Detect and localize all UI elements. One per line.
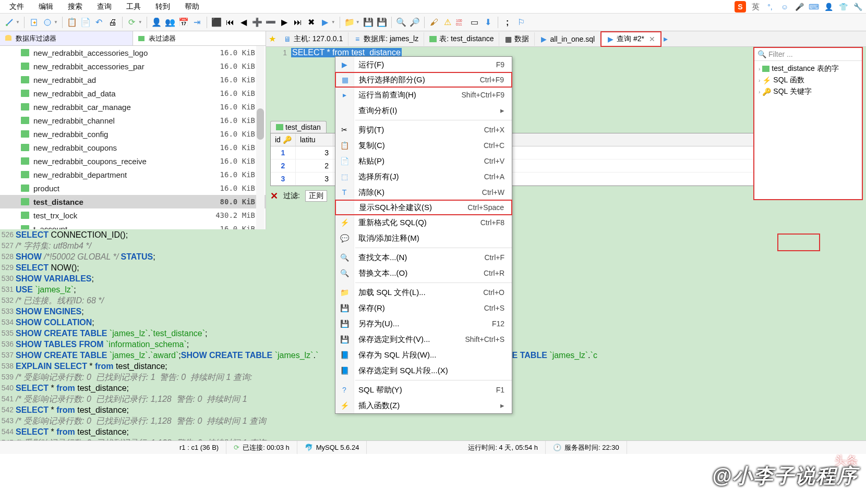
db-filter-tab[interactable]: 数据库过滤器	[0, 31, 133, 45]
zoom2-icon[interactable]: 🔎	[408, 16, 421, 29]
warn-icon[interactable]: ⚠	[441, 16, 454, 29]
tab-data[interactable]: ▦数据	[499, 32, 535, 46]
table-row[interactable]: new_redrabbit_config 16.0 KiB	[0, 127, 266, 141]
menu-goto[interactable]: 转到	[148, 1, 177, 13]
ime-punct-icon[interactable]: °,	[765, 2, 775, 12]
paste-icon[interactable]: 📄	[79, 16, 92, 29]
user-icon[interactable]: 👤	[150, 16, 163, 29]
menu-tools[interactable]: 工具	[119, 1, 148, 13]
menu-search[interactable]: 搜索	[61, 1, 90, 13]
menu-item[interactable]: 📘 保存选定到 SQL片段...(X)	[335, 363, 512, 378]
connect-icon[interactable]	[3, 16, 16, 29]
menu-item[interactable]: 🔍 查找文本...(N) Ctrl+F	[335, 250, 512, 265]
table-row[interactable]: new_redrabbit_ad_data 16.0 KiB	[0, 87, 266, 100]
binary-icon[interactable]: 100011	[455, 16, 467, 29]
flag-icon[interactable]: ⚐	[515, 16, 527, 29]
tab-add-icon[interactable]: ▸	[661, 35, 670, 43]
saveas-icon[interactable]: 💾	[376, 16, 388, 29]
ime-tool-icon[interactable]: 🔧	[852, 2, 863, 12]
table-row[interactable]: new_redrabbit_ad 16.0 KiB	[0, 73, 266, 87]
undo-icon[interactable]: ↶	[93, 16, 105, 29]
calendar-icon[interactable]: 📅	[177, 16, 190, 29]
new-icon[interactable]: ✦	[28, 16, 40, 29]
semicolon-icon[interactable]: ;	[501, 16, 514, 29]
menu-item[interactable]: 📘 保存为 SQL 片段(W)...	[335, 347, 512, 363]
menu-item[interactable]: 💾 另存为(U)... F12	[335, 316, 512, 331]
menu-query[interactable]: 查询	[90, 1, 119, 13]
btn-icon[interactable]: ▭	[468, 16, 481, 29]
table-row[interactable]: product 16.0 KiB	[0, 181, 266, 195]
export-icon[interactable]: ⇥	[191, 16, 203, 29]
ime-pers-icon[interactable]: 👤	[823, 2, 834, 12]
regex-toggle[interactable]: 正则	[305, 190, 327, 202]
menu-item[interactable]: T 清除(K) Ctrl+W	[335, 185, 512, 200]
ime-keyboard-icon[interactable]: ⌨	[809, 2, 819, 12]
prev-icon[interactable]: ◀	[237, 16, 250, 29]
first-icon[interactable]: ⏮	[224, 16, 236, 29]
brush-icon[interactable]: 🖌	[428, 16, 440, 29]
menu-item[interactable]: 显示SQL补全建议(S) Ctrl+Space	[335, 200, 512, 215]
next-icon[interactable]: ▶	[278, 16, 291, 29]
sogou-icon[interactable]: S	[735, 1, 746, 13]
copy-icon[interactable]: 📋	[66, 16, 78, 29]
menu-item[interactable]: 💬 取消/添加注释(M)	[335, 230, 512, 246]
menu-file[interactable]: 文件	[2, 1, 31, 13]
tree-node[interactable]: ›test_distance 表的字	[756, 63, 860, 75]
menu-item[interactable]: ▸ 运行当前查询(H) Shift+Ctrl+F9	[335, 87, 512, 103]
completion-filter[interactable]: 🔍 Filter ...	[754, 48, 862, 61]
close-icon[interactable]: ✖	[305, 16, 318, 29]
menu-edit[interactable]: 编辑	[31, 1, 61, 13]
tab-close-icon[interactable]: ✕	[649, 35, 655, 43]
folder-icon[interactable]: 📁	[343, 16, 356, 29]
tree-node[interactable]: ›⚡SQL 函数	[756, 75, 860, 86]
table-row[interactable]: new_redrabbit_accessories_par 16.0 KiB	[0, 59, 266, 73]
clear-filter-icon[interactable]: ✕	[270, 190, 278, 202]
table-row[interactable]: new_redrabbit_accessories_logo 16.0 KiB	[0, 46, 266, 59]
table-filter-tab[interactable]: 表过滤器	[133, 31, 266, 45]
table-row[interactable]: test_distance 80.0 KiB	[0, 195, 266, 208]
last-icon[interactable]: ⏭	[292, 16, 304, 29]
tree-node[interactable]: ›🔑SQL 关键字	[756, 86, 860, 97]
menu-item[interactable]: ⬚ 选择所有(J) Ctrl+A	[335, 169, 512, 185]
tab-host[interactable]: 🖥主机: 127.0.0.1	[279, 32, 348, 46]
menu-item[interactable]: ✂ 剪切(T) Ctrl+X	[335, 122, 512, 138]
table-list[interactable]: new_redrabbit_accessories_logo 16.0 KiB …	[0, 46, 266, 229]
menu-item[interactable]: 查询分析(I) ▸	[335, 103, 512, 118]
menu-help[interactable]: 帮助	[177, 1, 207, 13]
menu-item[interactable]: 💾 保存选定到文件(V)... Shift+Ctrl+S	[335, 331, 512, 347]
menu-item[interactable]: 📁 加载 SQL 文件(L)... Ctrl+O	[335, 285, 512, 300]
favorites-icon[interactable]: ★	[266, 34, 279, 44]
menu-item[interactable]: ? SQL 帮助(Y) F1	[335, 382, 512, 398]
menu-item[interactable]: 📋 复制(C) Ctrl+C	[335, 138, 512, 153]
refresh-icon[interactable]: ⟳	[126, 16, 138, 29]
stop-icon[interactable]: ⬛	[210, 16, 223, 29]
menu-item[interactable]: ▶ 运行(F) F9	[335, 57, 512, 72]
remove-icon[interactable]: ➖	[264, 16, 277, 29]
ime-mic-icon[interactable]: 🎤	[794, 2, 804, 12]
print-icon[interactable]: 🖨	[106, 16, 119, 29]
table-row[interactable]: new_redrabbit_coupons 16.0 KiB	[0, 141, 266, 154]
table-row[interactable]: new_redrabbit_coupons_receive 16.0 KiB	[0, 154, 266, 168]
ime-shirt-icon[interactable]: 👕	[838, 2, 848, 12]
add-icon[interactable]: ➕	[251, 16, 263, 29]
ime-face-icon[interactable]: ☺	[779, 2, 790, 12]
result-tab[interactable]: test_distan	[270, 121, 327, 133]
refresh-dropdown-icon[interactable]	[41, 16, 54, 29]
menu-item[interactable]: ⚡ 重新格式化 SQL(Q) Ctrl+F8	[335, 215, 512, 230]
table-row[interactable]: t_account 16.0 KiB	[0, 222, 266, 229]
run-icon[interactable]: ▶	[319, 16, 331, 29]
menu-item[interactable]: 💾 保存(R) Ctrl+S	[335, 300, 512, 316]
zoom-icon[interactable]: 🔍	[395, 16, 407, 29]
save-icon[interactable]: 💾	[362, 16, 375, 29]
menu-item[interactable]: 🔍 替换文本...(O) Ctrl+R	[335, 265, 512, 281]
menu-item[interactable]: ▦ 执行选择的部分(G) Ctrl+F9	[335, 72, 512, 88]
tab-script[interactable]: ▶all_in_one.sql	[535, 33, 600, 45]
users-icon[interactable]: 👥	[164, 16, 176, 29]
table-row[interactable]: new_redrabbit_car_manage 16.0 KiB	[0, 100, 266, 114]
tab-query[interactable]: ▶查询 #2*✕	[600, 31, 661, 47]
tab-database[interactable]: ≡数据库: james_lz	[348, 32, 424, 46]
ime-lang[interactable]: 英	[750, 2, 761, 12]
menu-item[interactable]: ⚡ 插入函数(Z) ▸	[335, 398, 512, 413]
table-row[interactable]: test_trx_lock 430.2 MiB	[0, 208, 266, 222]
table-row[interactable]: new_redrabbit_channel 16.0 KiB	[0, 114, 266, 127]
